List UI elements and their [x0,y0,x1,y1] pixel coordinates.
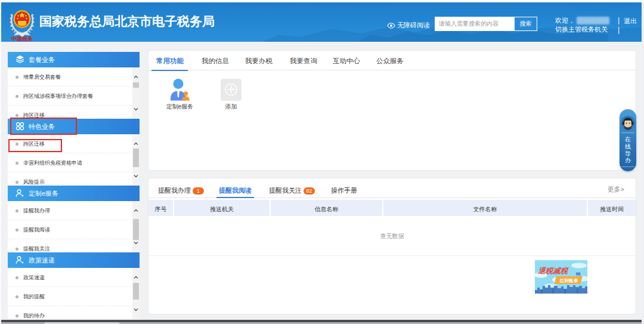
svg-text:红利账单: 红利账单 [560,278,578,283]
svg-text:退税减税: 退税减税 [537,267,569,276]
svg-text:中国税务: 中国税务 [11,36,33,42]
